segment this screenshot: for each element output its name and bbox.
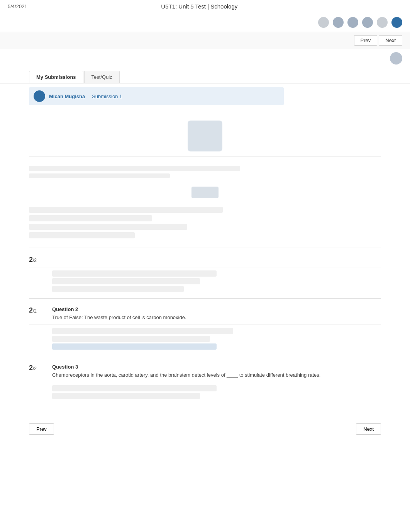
blurred-row-4 [29, 215, 152, 221]
small-score-placeholder [191, 187, 219, 198]
q1-answer-options-blurred [52, 270, 381, 292]
next-button[interactable]: Next [379, 35, 402, 46]
prev-next-bar: Prev Next [0, 32, 410, 49]
bottom-prev-button[interactable]: Prev [29, 423, 54, 435]
nav-dot-3[interactable] [347, 17, 358, 28]
divider-4 [29, 356, 381, 356]
bottom-next-button[interactable]: Next [356, 423, 381, 435]
q3-opt-2 [52, 393, 200, 399]
q3-text: Chemoreceptors in the aorta, carotid art… [52, 371, 381, 379]
q3-title: Question 3 [52, 364, 381, 370]
tab-test-quiz[interactable]: Test/Quiz [84, 71, 120, 83]
q1-opt-2 [52, 278, 200, 284]
submission-label: Submission 1 [92, 93, 122, 99]
prev-next-buttons: Prev Next [354, 35, 402, 46]
tabs: My Submissions Test/Quiz [29, 71, 381, 83]
q2-opt-selected [52, 343, 217, 350]
blurred-row-6 [29, 232, 135, 238]
q2-opt-2 [52, 336, 210, 342]
bottom-nav: Prev Next [0, 417, 410, 441]
large-score-area [29, 121, 381, 151]
blurred-row-2 [29, 173, 170, 178]
nav-dot-1[interactable] [318, 17, 329, 28]
page-title: U5T1: Unit 5 Test | Schoology [161, 3, 237, 10]
q1-blurred-area-2 [29, 202, 381, 243]
score-badge [390, 52, 402, 65]
nav-dot-2[interactable] [333, 17, 344, 28]
q1-opt-3 [52, 286, 184, 292]
submission-user-name: Micah Mugisha [49, 93, 85, 99]
tab-my-submissions[interactable]: My Submissions [29, 71, 83, 83]
q1-score: 2/2 [29, 256, 52, 264]
nav-dot-5[interactable] [377, 17, 388, 28]
q1-blurred-area [29, 161, 381, 183]
large-score-placeholder [188, 121, 222, 151]
date-label: 5/4/2021 [8, 3, 27, 9]
avatar [34, 90, 45, 102]
q2-title: Question 2 [52, 306, 381, 312]
nav-dots-container [0, 13, 410, 32]
blurred-row-1 [29, 166, 240, 171]
nav-dot-6[interactable] [391, 17, 402, 28]
blurred-row-5 [29, 224, 187, 230]
small-score-area [29, 187, 381, 198]
q2-score: 2/2 [29, 306, 52, 314]
q2-text: True of False: The waste product of cell… [52, 314, 381, 321]
q1-opt-1 [52, 270, 217, 277]
divider-3 [29, 298, 381, 299]
tabs-container: My Submissions Test/Quiz [0, 68, 410, 83]
divider-2 [29, 248, 381, 248]
q1-score-row: 2/2 [29, 253, 381, 267]
submission-bar: Micah Mugisha Submission 1 [29, 87, 284, 105]
q2-answer-options-blurred [52, 328, 381, 350]
q3-answer-options-blurred [52, 385, 381, 399]
q3-score-row: 2/2 Question 3 Chemoreceptors in the aor… [29, 361, 381, 382]
prev-button[interactable]: Prev [354, 35, 378, 46]
q3-score: 2/2 [29, 364, 52, 372]
q2-content: Question 2 True of False: The waste prod… [52, 306, 381, 321]
divider-1 [29, 156, 381, 156]
q2-score-row: 2/2 Question 2 True of False: The waste … [29, 303, 381, 325]
score-badge-area [0, 49, 410, 68]
q3-content: Question 3 Chemoreceptors in the aorta, … [52, 364, 381, 379]
q2-opt-1 [52, 328, 233, 334]
q3-opt-1 [52, 385, 217, 391]
main-content: 2/2 2/2 Question 2 True of False: The wa… [0, 109, 410, 409]
blurred-row-3 [29, 207, 223, 213]
nav-dot-4[interactable] [362, 17, 373, 28]
top-bar: 5/4/2021 U5T1: Unit 5 Test | Schoology [0, 0, 410, 13]
